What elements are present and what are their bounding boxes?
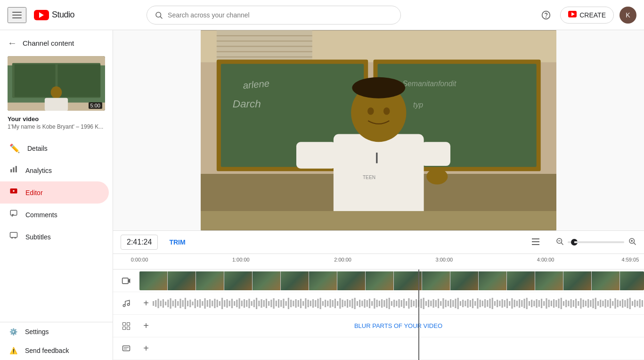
- svg-rect-155: [374, 298, 375, 309]
- timeline-row-audio: +: [113, 292, 644, 315]
- svg-rect-229: [555, 300, 557, 307]
- zoom-slider[interactable]: [568, 241, 624, 243]
- svg-rect-216: [523, 299, 525, 308]
- back-to-channel-content[interactable]: ← Channel content: [0, 30, 113, 52]
- svg-rect-243: [590, 300, 591, 307]
- svg-rect-222: [538, 300, 540, 307]
- svg-rect-150: [361, 301, 363, 306]
- svg-rect-139: [334, 299, 336, 308]
- main-layout: ← Channel content: [0, 30, 644, 360]
- svg-rect-264: [642, 300, 643, 307]
- svg-rect-108: [258, 301, 260, 306]
- svg-rect-197: [477, 298, 478, 309]
- svg-rect-105: [251, 301, 253, 306]
- trim-button[interactable]: TRIM: [165, 236, 189, 249]
- blur-label: BLUR PARTS OF YOUR VIDEO: [354, 322, 442, 329]
- svg-rect-196: [474, 301, 476, 306]
- svg-rect-230: [558, 299, 559, 308]
- sidebar-item-send-feedback[interactable]: ⚠️ Send feedback: [0, 341, 113, 360]
- svg-rect-157: [379, 301, 380, 306]
- svg-rect-198: [480, 300, 481, 307]
- svg-rect-249: [605, 299, 606, 308]
- video-thumbnail[interactable]: 5:00: [8, 56, 105, 111]
- add-subtitle-button[interactable]: +: [139, 342, 153, 355]
- svg-rect-102: [244, 299, 245, 308]
- svg-rect-112: [268, 301, 269, 306]
- svg-rect-115: [276, 301, 277, 306]
- menu-hamburger-button[interactable]: [8, 7, 26, 23]
- svg-rect-225: [546, 298, 547, 309]
- svg-rect-85: [202, 301, 203, 306]
- svg-rect-10: [57, 65, 100, 97]
- svg-rect-100: [239, 298, 240, 309]
- svg-rect-114: [273, 298, 275, 309]
- sidebar-item-details[interactable]: ✏️ Details: [0, 138, 109, 159]
- svg-rect-124: [298, 300, 299, 307]
- video-info: Your video 1'My name is Kobe Bryant' – 1…: [8, 115, 105, 130]
- svg-rect-217: [526, 298, 528, 309]
- svg-line-57: [561, 243, 563, 245]
- svg-line-61: [634, 243, 636, 245]
- svg-rect-215: [521, 300, 522, 307]
- svg-rect-176: [425, 301, 427, 306]
- svg-rect-92: [219, 301, 220, 306]
- svg-rect-183: [442, 298, 444, 309]
- sidebar-item-comments[interactable]: Comments: [0, 204, 109, 226]
- create-label: CREATE: [579, 11, 606, 19]
- svg-rect-134: [322, 301, 324, 306]
- video-track[interactable]: [139, 270, 644, 292]
- svg-rect-51: [201, 211, 557, 230]
- mark-4: 4:00:00: [537, 257, 554, 262]
- svg-rect-235: [571, 299, 572, 308]
- svg-rect-266: [127, 322, 130, 325]
- avatar-initials: K: [626, 11, 630, 19]
- search-input[interactable]: [168, 11, 393, 19]
- svg-rect-171: [413, 301, 415, 306]
- svg-rect-257: [624, 300, 626, 307]
- svg-rect-162: [391, 301, 392, 306]
- svg-rect-224: [543, 301, 545, 306]
- svg-rect-223: [541, 299, 542, 308]
- svg-rect-192: [465, 301, 466, 306]
- svg-rect-95: [226, 299, 228, 308]
- video-title: Your video: [8, 115, 105, 123]
- svg-rect-265: [123, 322, 126, 325]
- svg-rect-137: [329, 299, 331, 308]
- create-button[interactable]: CREATE: [560, 7, 614, 24]
- svg-rect-128: [308, 300, 309, 307]
- help-button[interactable]: [538, 7, 554, 24]
- svg-rect-156: [376, 300, 378, 307]
- svg-rect-74: [175, 299, 176, 308]
- sidebar-item-settings[interactable]: ⚙️ Settings: [0, 322, 113, 341]
- add-blur-button[interactable]: +: [139, 319, 153, 333]
- video-subtitle: 1'My name is Kobe Bryant' – 1996 K...: [8, 123, 105, 130]
- user-avatar[interactable]: K: [620, 7, 636, 24]
- sidebar-item-subtitles[interactable]: Subtitles: [0, 226, 109, 248]
- video-thumbnail-section: 5:00 Your video 1'My name is Kobe Bryant…: [0, 52, 113, 138]
- svg-rect-127: [305, 298, 306, 309]
- svg-rect-140: [337, 301, 338, 306]
- svg-rect-228: [553, 299, 554, 308]
- sidebar-item-analytics[interactable]: Analytics: [0, 159, 109, 181]
- svg-rect-141: [339, 298, 341, 309]
- svg-rect-149: [359, 300, 360, 307]
- svg-rect-195: [472, 299, 473, 308]
- svg-point-43: [367, 107, 374, 115]
- timeline-rows-wrapper: +: [113, 270, 644, 360]
- mark-1: 1:00:00: [232, 257, 250, 262]
- svg-rect-211: [511, 298, 513, 309]
- video-track-icon: [113, 276, 139, 286]
- svg-rect-247: [600, 300, 601, 307]
- sidebar-bottom: ⚙️ Settings ⚠️ Send feedback: [0, 322, 113, 360]
- svg-rect-88: [209, 299, 211, 308]
- youtube-studio-logo[interactable]: Studio: [34, 10, 74, 20]
- zoom-out-icon[interactable]: [555, 237, 564, 247]
- svg-rect-190: [460, 301, 461, 306]
- zoom-in-icon[interactable]: [628, 237, 636, 247]
- timeline-menu-icon[interactable]: [531, 237, 540, 248]
- search-icon: [155, 11, 163, 19]
- add-audio-button[interactable]: +: [139, 297, 153, 310]
- svg-rect-15: [16, 166, 17, 173]
- sidebar-item-editor[interactable]: Editor: [0, 181, 109, 204]
- blur-action[interactable]: BLUR PARTS OF YOUR VIDEO: [153, 322, 644, 329]
